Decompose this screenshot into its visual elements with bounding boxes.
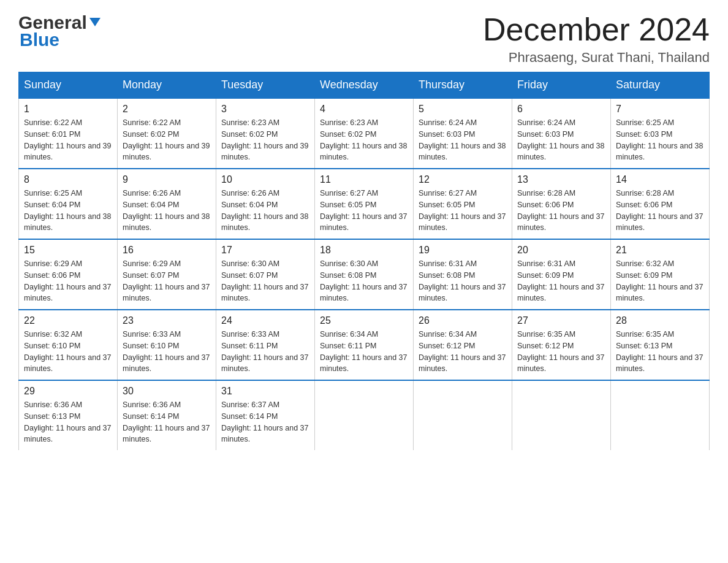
calendar-day-cell: 20 Sunrise: 6:31 AMSunset: 6:09 PMDaylig… — [512, 239, 611, 310]
day-info: Sunrise: 6:34 AMSunset: 6:11 PMDaylight:… — [320, 329, 408, 375]
calendar-day-cell: 21 Sunrise: 6:32 AMSunset: 6:09 PMDaylig… — [611, 239, 710, 310]
calendar-day-cell: 31 Sunrise: 6:37 AMSunset: 6:14 PMDaylig… — [216, 380, 315, 450]
calendar-day-cell: 22 Sunrise: 6:32 AMSunset: 6:10 PMDaylig… — [19, 310, 118, 380]
day-info: Sunrise: 6:32 AMSunset: 6:10 PMDaylight:… — [24, 329, 112, 375]
calendar-day-header: Wednesday — [315, 72, 414, 99]
calendar-day-cell: 7 Sunrise: 6:25 AMSunset: 6:03 PMDayligh… — [611, 98, 710, 169]
calendar-day-cell — [611, 380, 710, 450]
day-info: Sunrise: 6:33 AMSunset: 6:10 PMDaylight:… — [123, 329, 211, 375]
svg-marker-0 — [89, 18, 100, 26]
day-info: Sunrise: 6:36 AMSunset: 6:14 PMDaylight:… — [123, 399, 211, 445]
day-info: Sunrise: 6:23 AMSunset: 6:02 PMDaylight:… — [221, 117, 309, 163]
calendar-day-cell: 30 Sunrise: 6:36 AMSunset: 6:14 PMDaylig… — [118, 380, 216, 450]
day-number: 13 — [517, 174, 605, 185]
day-number: 17 — [221, 245, 309, 256]
calendar-day-cell — [414, 380, 512, 450]
day-number: 29 — [24, 386, 112, 397]
calendar-day-cell: 17 Sunrise: 6:30 AMSunset: 6:07 PMDaylig… — [216, 239, 315, 310]
calendar-day-cell: 6 Sunrise: 6:24 AMSunset: 6:03 PMDayligh… — [512, 98, 611, 169]
calendar-day-cell: 1 Sunrise: 6:22 AMSunset: 6:01 PMDayligh… — [19, 98, 118, 169]
day-number: 16 — [123, 245, 211, 256]
title-block: December 2024 Phrasaeng, Surat Thani, Th… — [483, 12, 710, 66]
calendar-week-row: 1 Sunrise: 6:22 AMSunset: 6:01 PMDayligh… — [19, 98, 710, 169]
calendar-day-cell: 29 Sunrise: 6:36 AMSunset: 6:13 PMDaylig… — [19, 380, 118, 450]
day-info: Sunrise: 6:25 AMSunset: 6:03 PMDaylight:… — [616, 117, 704, 163]
day-info: Sunrise: 6:29 AMSunset: 6:07 PMDaylight:… — [123, 258, 211, 304]
day-number: 2 — [123, 104, 211, 115]
calendar-day-header: Friday — [512, 72, 611, 99]
day-number: 11 — [320, 174, 408, 185]
calendar-day-cell: 3 Sunrise: 6:23 AMSunset: 6:02 PMDayligh… — [216, 98, 315, 169]
day-number: 22 — [24, 315, 112, 326]
day-info: Sunrise: 6:30 AMSunset: 6:07 PMDaylight:… — [221, 258, 309, 304]
calendar-day-cell: 9 Sunrise: 6:26 AMSunset: 6:04 PMDayligh… — [118, 169, 216, 239]
logo-arrow-icon — [88, 15, 102, 29]
calendar-header-row: SundayMondayTuesdayWednesdayThursdayFrid… — [19, 72, 710, 99]
day-number: 31 — [221, 386, 309, 397]
calendar-day-cell: 10 Sunrise: 6:26 AMSunset: 6:04 PMDaylig… — [216, 169, 315, 239]
day-number: 18 — [320, 245, 408, 256]
day-info: Sunrise: 6:35 AMSunset: 6:13 PMDaylight:… — [616, 329, 704, 375]
calendar-day-cell: 5 Sunrise: 6:24 AMSunset: 6:03 PMDayligh… — [414, 98, 512, 169]
calendar-week-row: 29 Sunrise: 6:36 AMSunset: 6:13 PMDaylig… — [19, 380, 710, 450]
day-info: Sunrise: 6:24 AMSunset: 6:03 PMDaylight:… — [517, 117, 605, 163]
day-info: Sunrise: 6:35 AMSunset: 6:12 PMDaylight:… — [517, 329, 605, 375]
calendar-day-cell: 13 Sunrise: 6:28 AMSunset: 6:06 PMDaylig… — [512, 169, 611, 239]
calendar-day-cell: 15 Sunrise: 6:29 AMSunset: 6:06 PMDaylig… — [19, 239, 118, 310]
day-info: Sunrise: 6:29 AMSunset: 6:06 PMDaylight:… — [24, 258, 112, 304]
day-info: Sunrise: 6:28 AMSunset: 6:06 PMDaylight:… — [616, 188, 704, 234]
day-number: 26 — [419, 315, 507, 326]
logo-blue-text: Blue — [20, 29, 102, 50]
day-number: 8 — [24, 174, 112, 185]
calendar-week-row: 22 Sunrise: 6:32 AMSunset: 6:10 PMDaylig… — [19, 310, 710, 380]
calendar-day-cell: 25 Sunrise: 6:34 AMSunset: 6:11 PMDaylig… — [315, 310, 414, 380]
day-info: Sunrise: 6:23 AMSunset: 6:02 PMDaylight:… — [320, 117, 408, 163]
day-number: 24 — [221, 315, 309, 326]
day-number: 5 — [419, 104, 507, 115]
calendar-day-cell: 28 Sunrise: 6:35 AMSunset: 6:13 PMDaylig… — [611, 310, 710, 380]
calendar-day-cell: 8 Sunrise: 6:25 AMSunset: 6:04 PMDayligh… — [19, 169, 118, 239]
day-info: Sunrise: 6:26 AMSunset: 6:04 PMDaylight:… — [221, 188, 309, 234]
day-number: 25 — [320, 315, 408, 326]
calendar-day-header: Sunday — [19, 72, 118, 99]
calendar-day-header: Monday — [118, 72, 216, 99]
page-subtitle: Phrasaeng, Surat Thani, Thailand — [483, 50, 710, 66]
calendar-day-cell: 2 Sunrise: 6:22 AMSunset: 6:02 PMDayligh… — [118, 98, 216, 169]
day-number: 6 — [517, 104, 605, 115]
day-info: Sunrise: 6:37 AMSunset: 6:14 PMDaylight:… — [221, 399, 309, 445]
calendar-week-row: 15 Sunrise: 6:29 AMSunset: 6:06 PMDaylig… — [19, 239, 710, 310]
calendar-day-cell: 16 Sunrise: 6:29 AMSunset: 6:07 PMDaylig… — [118, 239, 216, 310]
day-number: 28 — [616, 315, 704, 326]
calendar-day-header: Saturday — [611, 72, 710, 99]
day-number: 27 — [517, 315, 605, 326]
day-info: Sunrise: 6:25 AMSunset: 6:04 PMDaylight:… — [24, 188, 112, 234]
calendar-day-cell — [315, 380, 414, 450]
day-number: 7 — [616, 104, 704, 115]
day-info: Sunrise: 6:36 AMSunset: 6:13 PMDaylight:… — [24, 399, 112, 445]
day-info: Sunrise: 6:26 AMSunset: 6:04 PMDaylight:… — [123, 188, 211, 234]
day-number: 15 — [24, 245, 112, 256]
day-info: Sunrise: 6:27 AMSunset: 6:05 PMDaylight:… — [320, 188, 408, 234]
calendar-day-header: Thursday — [414, 72, 512, 99]
calendar-day-header: Tuesday — [216, 72, 315, 99]
calendar-day-cell: 23 Sunrise: 6:33 AMSunset: 6:10 PMDaylig… — [118, 310, 216, 380]
day-info: Sunrise: 6:31 AMSunset: 6:08 PMDaylight:… — [419, 258, 507, 304]
calendar-day-cell — [512, 380, 611, 450]
calendar-day-cell: 11 Sunrise: 6:27 AMSunset: 6:05 PMDaylig… — [315, 169, 414, 239]
calendar-day-cell: 24 Sunrise: 6:33 AMSunset: 6:11 PMDaylig… — [216, 310, 315, 380]
calendar-day-cell: 14 Sunrise: 6:28 AMSunset: 6:06 PMDaylig… — [611, 169, 710, 239]
day-info: Sunrise: 6:28 AMSunset: 6:06 PMDaylight:… — [517, 188, 605, 234]
day-number: 30 — [123, 386, 211, 397]
calendar-day-cell: 12 Sunrise: 6:27 AMSunset: 6:05 PMDaylig… — [414, 169, 512, 239]
day-info: Sunrise: 6:24 AMSunset: 6:03 PMDaylight:… — [419, 117, 507, 163]
calendar-week-row: 8 Sunrise: 6:25 AMSunset: 6:04 PMDayligh… — [19, 169, 710, 239]
day-info: Sunrise: 6:22 AMSunset: 6:02 PMDaylight:… — [123, 117, 211, 163]
day-number: 23 — [123, 315, 211, 326]
calendar-day-cell: 26 Sunrise: 6:34 AMSunset: 6:12 PMDaylig… — [414, 310, 512, 380]
day-number: 12 — [419, 174, 507, 185]
day-info: Sunrise: 6:31 AMSunset: 6:09 PMDaylight:… — [517, 258, 605, 304]
day-info: Sunrise: 6:22 AMSunset: 6:01 PMDaylight:… — [24, 117, 112, 163]
day-info: Sunrise: 6:34 AMSunset: 6:12 PMDaylight:… — [419, 329, 507, 375]
page-header: General Blue December 2024 Phrasaeng, Su… — [18, 12, 710, 66]
calendar-table: SundayMondayTuesdayWednesdayThursdayFrid… — [18, 72, 710, 450]
